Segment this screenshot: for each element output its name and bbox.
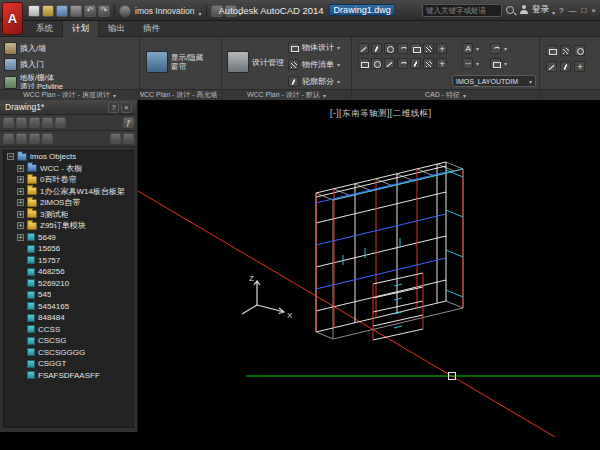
palette-settings-icon[interactable] [55, 117, 66, 128]
tree-item[interactable]: 2iMOS自带 [4, 197, 133, 209]
tree-item[interactable]: Z95订单模块 [4, 220, 133, 232]
dimension-style-button[interactable] [462, 58, 479, 69]
copy-tool-icon[interactable] [358, 58, 369, 69]
expander-icon[interactable] [17, 176, 24, 183]
view-list-icon[interactable] [3, 133, 14, 144]
rotate-tool-icon[interactable] [371, 58, 382, 69]
undo-icon[interactable]: ↶ [84, 5, 96, 17]
application-menu-button[interactable]: A [2, 2, 23, 35]
palette-refresh-icon[interactable] [29, 117, 40, 128]
expander-icon[interactable] [17, 211, 24, 218]
fillet-tool-icon[interactable] [397, 58, 408, 69]
tree-item[interactable]: CSGGT [4, 358, 133, 370]
panel-label-default[interactable]: WCC Plan - 设计 - 默认 [222, 89, 351, 100]
tree-item[interactable]: 545 [4, 289, 133, 301]
insert-wall-button[interactable]: 插入/墙 [4, 42, 46, 55]
gradient-tool-icon[interactable] [423, 58, 434, 69]
line-tool-icon[interactable] [358, 43, 369, 54]
insert-door-button[interactable]: 插入门 [4, 58, 44, 71]
tree-item[interactable]: CSCSG [4, 335, 133, 347]
hatch-tool-icon[interactable] [423, 43, 434, 54]
expander-icon[interactable] [17, 222, 24, 229]
measure-tool-icon[interactable] [574, 45, 585, 56]
tree-item[interactable]: FSAFSDFAASFF [4, 370, 133, 382]
palette-title-bar[interactable]: Drawing1* ? × [0, 100, 137, 115]
expander-icon[interactable] [17, 234, 24, 241]
palette-new-icon[interactable] [3, 117, 14, 128]
tree-item[interactable]: 5649 [4, 232, 133, 244]
panel-label-cad-features[interactable]: CAD - 特征 [352, 89, 539, 100]
stretch-tool-icon[interactable] [436, 58, 447, 69]
tab-system[interactable]: 系统 [27, 21, 62, 37]
panel-label-extra[interactable] [540, 89, 600, 100]
plot-icon[interactable] [70, 5, 82, 17]
open-folder-icon[interactable] [42, 5, 54, 17]
view-thumb-icon[interactable] [42, 133, 53, 144]
workspace-gear-icon[interactable] [119, 5, 131, 17]
xline-tool-icon[interactable] [384, 58, 395, 69]
tree-item[interactable]: WCC - 衣橱 [4, 163, 133, 175]
text-style-button[interactable] [462, 43, 479, 54]
user-icon[interactable] [519, 5, 529, 15]
rectangle-tool-icon[interactable] [410, 43, 421, 54]
circle-tool-icon[interactable] [384, 43, 395, 54]
view-tree-icon[interactable] [16, 133, 27, 144]
dim-style-combo[interactable]: IMOS_LAYOUTDIM [452, 75, 536, 87]
object-design-button[interactable]: 物体设计 [288, 42, 340, 53]
view-tool-icon[interactable] [560, 61, 571, 72]
close-button[interactable]: × [590, 6, 597, 15]
tree-item[interactable]: CSCSGGGG [4, 347, 133, 359]
tree-item[interactable]: 468256 [4, 266, 133, 278]
expander-icon[interactable] [17, 165, 24, 172]
panel-label-highlight-wall[interactable]: WCC Plan - 设计 - 高光墙 [140, 89, 221, 100]
expander-icon[interactable] [7, 153, 14, 160]
search-input[interactable] [422, 4, 502, 17]
expander-icon[interactable] [17, 199, 24, 206]
minimize-button[interactable]: — [567, 6, 577, 15]
search-icon[interactable] [505, 5, 516, 16]
sign-in-button[interactable]: 登录 [532, 4, 549, 16]
arc-tool-icon[interactable] [397, 43, 408, 54]
group-tool-icon[interactable] [546, 61, 557, 72]
view-detail-icon[interactable] [29, 133, 40, 144]
model-space-canvas[interactable]: [-][东南等轴测][二维线框] [138, 100, 600, 437]
show-hide-curtain-button[interactable]: 显示/隐藏 窗帘 [146, 51, 203, 73]
block-tool-icon[interactable] [546, 45, 557, 56]
polyline-tool-icon[interactable] [371, 43, 382, 54]
chevron-down-icon[interactable] [199, 2, 202, 20]
tree-item[interactable]: 15757 [4, 255, 133, 267]
tree-item[interactable]: 15656 [4, 243, 133, 255]
pan-tool-icon[interactable] [574, 61, 585, 72]
move-tool-icon[interactable] [436, 43, 447, 54]
tree-item[interactable]: 5454165 [4, 301, 133, 313]
tree-root[interactable]: imos Objects [4, 151, 133, 163]
design-manager-button[interactable]: 设计管理 [227, 51, 284, 73]
save-icon[interactable] [56, 5, 68, 17]
tree-item[interactable]: 5269210 [4, 278, 133, 290]
palette-open-icon[interactable] [16, 117, 27, 128]
restore-button[interactable]: □ [580, 6, 587, 15]
tab-plan[interactable]: 计划 [62, 21, 99, 37]
expander-icon[interactable] [17, 188, 24, 195]
spline-tool-icon[interactable] [410, 58, 421, 69]
profile-section-button[interactable]: 轮廓部分 [288, 76, 340, 87]
function-icon[interactable]: ƒ [123, 117, 134, 128]
redo-icon[interactable]: ↷ [98, 5, 110, 17]
tree-item[interactable]: 1办公家具W14板台板架 [4, 186, 133, 198]
tree-item[interactable]: 0百叶卷帘 [4, 174, 133, 186]
panel-label-house-design[interactable]: WCC Plan - 设计 - 房屋设计 [0, 89, 139, 100]
tree-item[interactable]: CCSS [4, 324, 133, 336]
sign-in-chevron-icon[interactable] [552, 1, 555, 19]
palette-close-button[interactable]: × [121, 102, 132, 113]
palette-filter-icon[interactable] [42, 117, 53, 128]
layer-tool-icon[interactable] [560, 45, 571, 56]
help-button[interactable]: ? [558, 6, 564, 15]
tree-item[interactable]: 3测试柜 [4, 209, 133, 221]
table-style-button[interactable] [490, 58, 507, 69]
workspace-selector[interactable]: imos Innovation [135, 6, 195, 16]
new-file-icon[interactable] [28, 5, 40, 17]
tab-plugins[interactable]: 插件 [134, 21, 169, 37]
tab-output[interactable]: 输出 [99, 21, 134, 37]
sort-asc-icon[interactable] [110, 133, 121, 144]
leader-style-button[interactable] [490, 43, 507, 54]
